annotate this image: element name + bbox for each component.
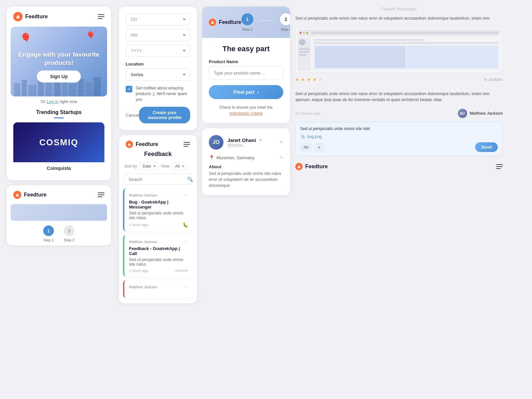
review-time: 20 minutes ago (295, 111, 320, 115)
step-node-2: 2 Step 2 (64, 225, 74, 242)
hamburger-menu[interactable] (98, 14, 104, 19)
footer-hamburger[interactable] (496, 164, 503, 169)
footer: Feedture (295, 159, 503, 170)
divider-1 (295, 86, 503, 87)
feedback-logo-icon (126, 141, 133, 148)
feedback-title: Feedback (119, 151, 197, 161)
preview-content (312, 38, 500, 71)
address-bar (312, 32, 498, 34)
feedture-logo-icon (13, 12, 23, 21)
feedback-dots-1[interactable]: ··· (184, 192, 188, 198)
submit-note: Check to ensure you meet the submission … (209, 104, 283, 116)
location-select[interactable]: Serbia (126, 68, 190, 81)
login-link[interactable]: Log in (47, 99, 58, 104)
msg-actions: Ab + Send (300, 142, 498, 152)
review-text-2: Sed ut perspiciatis unde omnis iste natu… (295, 91, 503, 103)
view-label: View (161, 164, 170, 169)
dd-select[interactable]: DD (126, 13, 190, 26)
feedback-hamburger[interactable] (184, 142, 190, 147)
yyyy-select[interactable]: YYYY (126, 45, 190, 57)
trending-title: Trending Startups (13, 109, 104, 115)
reviewer-name: w Jackson (484, 77, 503, 82)
step-circle-1: 1 (43, 225, 54, 236)
submission-criteria-link[interactable]: submission criteria (229, 111, 262, 116)
send-button[interactable]: Send (475, 142, 498, 152)
step-nav: 1 Step 1 2 Step 2 (241, 13, 290, 31)
preview-inner (298, 38, 500, 71)
review-text-1: Sed ut perspiciatis unde omnis iste natu… (295, 15, 503, 21)
mm-select[interactable]: MM (126, 29, 190, 41)
preview-card-inner (314, 45, 499, 69)
stars-row: ★ ★ ★ ★ ★ w Jackson (295, 76, 503, 82)
signup-button[interactable]: Sign Up (37, 70, 81, 82)
col4-left: Feature: Messanger Sed ut perspiciatis u… (295, 7, 503, 170)
view-select[interactable]: All (172, 162, 187, 170)
balloon-icon: 🎈 (20, 33, 32, 44)
step-card-body: The easy part Product Name Final part › … (202, 38, 290, 123)
location-text: Munchen, Germany (216, 155, 254, 160)
about-title: About (209, 164, 283, 169)
edit-icon[interactable]: ✎ (279, 140, 283, 145)
product-label: Product Name (209, 59, 283, 64)
svg-rect-10 (85, 82, 92, 96)
signup-form-card: DD MM YYYY Location Serbia Get notified … (119, 7, 197, 130)
step1-nav-label: Step 1 (242, 27, 253, 31)
svg-rect-11 (93, 77, 100, 96)
small-hamburger[interactable] (98, 193, 104, 197)
attachment-icon: 📎 (300, 134, 305, 139)
msg-input-text: Sed ut perspiciatis unde omnis iste iste… (300, 126, 498, 131)
plus-button[interactable]: + (315, 143, 324, 152)
step-logo-text: Feedture (219, 19, 241, 25)
svg-rect-7 (62, 80, 67, 96)
product-name: Coinquista (13, 162, 104, 175)
sort-select[interactable]: Date (140, 162, 158, 170)
filter-row: Sort by Date View All (119, 161, 197, 174)
hero-text: Engage with your favourite products! (11, 51, 107, 67)
date-selects: DD MM YYYY (126, 13, 190, 57)
screenshot-preview (295, 27, 503, 73)
step2-nav-label: Step 2 (281, 27, 290, 31)
notification-checkbox[interactable] (126, 86, 132, 92)
search-input[interactable] (129, 177, 185, 182)
star-1: ★ (295, 77, 300, 82)
cancel-button[interactable]: Cancel (126, 113, 139, 118)
trending-underline (54, 117, 64, 118)
logo: Feedture (13, 12, 48, 21)
column-4: Feature: Messanger Sed ut perspiciatis u… (293, 7, 505, 303)
max-dot (306, 32, 308, 34)
feedback-dots-3[interactable]: ··· (184, 284, 188, 290)
search-box[interactable]: 🔍 (124, 174, 192, 185)
svg-rect-1 (14, 83, 20, 96)
step-logo: Feedture (209, 19, 241, 26)
profile-avatar: JO (209, 135, 223, 150)
format-button[interactable]: Ab (300, 143, 312, 152)
profile-user: JO Janet Ohani ✓ @dobba. (209, 135, 263, 150)
reviewer-row: 20 minutes ago MJ Matthew Jackson (295, 109, 503, 118)
feedback-logo-text: Feedture (136, 141, 158, 147)
verified-icon: ✓ (259, 137, 263, 143)
step1-label: Step 1 (43, 238, 54, 242)
final-part-button[interactable]: Final part › (209, 85, 283, 99)
feedback-header: Feedture (119, 135, 197, 151)
product-name-input[interactable] (209, 66, 283, 80)
profile-info: Janet Ohani ✓ @dobba. (227, 137, 263, 148)
create-profile-button[interactable]: Create your awesome profile (139, 107, 190, 123)
location-edit-icon[interactable]: ✎ (280, 155, 283, 160)
feature-label: Feature: Messanger (295, 7, 503, 11)
preview-sidebar (298, 38, 311, 71)
step-circle-2: 2 (64, 225, 74, 236)
feedback-dots-2[interactable]: ··· (184, 239, 188, 245)
small-logo-text: Feedture (24, 192, 47, 198)
reviewer-fullname: Matthew Jackson (470, 111, 503, 116)
reviewer-avatar: MJ (458, 109, 467, 118)
svg-rect-9 (78, 79, 84, 96)
location-label: Location (126, 62, 190, 66)
star-2: ★ (301, 77, 305, 82)
step-card-header: Feedture 1 Step 1 2 Step 2 (202, 7, 290, 38)
step-wizard-card: Feedture 1 Step 1 2 Step 2 (202, 7, 290, 123)
feedback-time-2: 1 hours ago (129, 269, 148, 273)
footer-logo-icon (295, 163, 303, 170)
footer-logo: Feedture (295, 163, 328, 170)
star-3: ★ (307, 77, 311, 82)
close-dot (300, 32, 302, 34)
